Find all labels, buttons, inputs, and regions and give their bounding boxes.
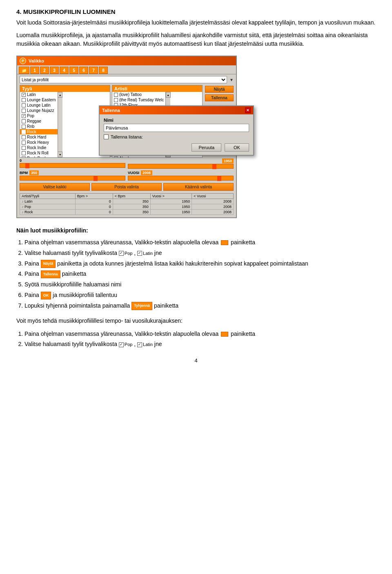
row-vuosi-max-pop: 2008 [192, 204, 234, 210]
profile-dropdown[interactable]: Listat ja profiilit [20, 76, 227, 83]
list-item[interactable]: Rock N Roll [20, 150, 58, 156]
peruuta-button[interactable]: Peruuta [192, 143, 221, 152]
slider-left-track[interactable] [20, 163, 125, 168]
instruction-2: Valitse haluamasti tyylit tyylivalikosta… [24, 248, 376, 258]
slider-vuosi-thumb[interactable] [217, 176, 221, 181]
cb-abraham[interactable] [114, 156, 118, 158]
slider-right-max: 1950 [222, 159, 234, 163]
checkbox-rock[interactable]: ✓ [22, 130, 26, 134]
list-item[interactable]: (love) Tattoo [112, 92, 165, 97]
instructions-heading: Näin luot musiikkiprofiilin: [16, 227, 376, 234]
checkbox-rock-n-roll[interactable] [22, 151, 26, 155]
ok-button[interactable]: OK [225, 143, 249, 152]
row-bpm-min-latin: 0 [75, 199, 113, 204]
slider-bpm-thumb[interactable] [94, 176, 98, 181]
slider-right-labels: 1950 [128, 159, 234, 163]
list-item[interactable]: Reggae [20, 118, 58, 124]
poista-valinta-button[interactable]: Poista valinta [91, 183, 162, 191]
app-titlebar: P Valikko [17, 56, 236, 65]
slider-vuosi: VUOSI 2008 [128, 170, 234, 181]
tab-5[interactable]: 5 [69, 67, 78, 74]
dialog-close-button[interactable]: ✕ [245, 107, 251, 113]
checkbox-pop[interactable]: ✓ [22, 114, 26, 118]
checkbox-rock-punk[interactable] [22, 156, 26, 158]
checkbox-lounge-nujazz[interactable] [22, 109, 26, 113]
checkbox-latin[interactable]: ✓ [22, 93, 26, 97]
artisti-header: Artisti [112, 85, 202, 92]
checkbox-rock-hard[interactable] [22, 135, 26, 139]
list-item[interactable]: Rnb [20, 124, 58, 129]
tab-2[interactable]: 2 [40, 67, 49, 74]
tab-6[interactable]: 6 [79, 67, 88, 74]
section-heading: 4. MUSIIKKIPROFIILIN LUOMINEN [16, 8, 376, 15]
kaanna-valinta-button[interactable]: Käännä valinta [163, 183, 234, 191]
col-header-vuosi-min: Vuosi > [150, 194, 192, 199]
tyyli-scrollbar[interactable]: ▲ ▼ [58, 92, 62, 157]
dialog-buttons: Peruuta OK [104, 143, 249, 152]
list-item[interactable]: ✓Pop [20, 113, 58, 118]
tab-3[interactable]: 3 [50, 67, 59, 74]
list-item[interactable]: Rock Hard [20, 134, 58, 140]
scroll-up[interactable]: ▲ [58, 92, 62, 98]
bpm-label: BPM [20, 171, 28, 175]
tab-7[interactable]: 7 [89, 67, 98, 74]
tab-folder[interactable]: 📁 [19, 67, 29, 74]
list-item[interactable]: ✓Latin [20, 92, 58, 97]
list-item[interactable]: Lounge Latin [20, 103, 58, 108]
instruction-3: Paina Näytä painiketta ja odota kunnes j… [24, 259, 376, 269]
valitse-kaikki-button[interactable]: Valitse kaikki [20, 183, 90, 191]
list-item[interactable]: ✓Rock [20, 129, 58, 134]
music-icon-rock: ♪ [22, 210, 24, 214]
checkbox-reggae[interactable] [22, 119, 26, 123]
col-header-artisti: Artisti/Tyyli [20, 194, 76, 199]
scroll-down[interactable]: ▼ [58, 152, 62, 157]
checkbox-rock-heavy[interactable] [22, 141, 26, 145]
list-item[interactable]: Lounge Eastern [20, 97, 58, 103]
ok-icon-inline: OK [41, 292, 51, 299]
checkbox-rock-indie[interactable] [22, 146, 26, 150]
folder-icon-inline-2 [221, 332, 228, 337]
cb-the-real[interactable] [114, 98, 118, 102]
tyyli-header: Tyyli [20, 85, 110, 92]
slider-left: 0 [20, 159, 125, 169]
dropdown-arrow[interactable]: ▼ [229, 78, 234, 82]
nimi-input[interactable] [104, 124, 249, 132]
slider-right-thumb[interactable] [212, 164, 216, 169]
cb-love-tattoo[interactable] [114, 93, 118, 97]
slider-right-track[interactable] [128, 164, 234, 169]
instruction-5: Syötä musiikkiprofiilille haluamasi nimi [24, 280, 376, 290]
tab-4[interactable]: 4 [60, 67, 69, 74]
tallenna-button[interactable]: Tallenna [205, 94, 234, 101]
row-bpm-min-rock: 0 [75, 210, 113, 215]
list-item[interactable]: Rock Indie [20, 145, 58, 150]
col-header-bpm-max: < Bpm [113, 194, 150, 199]
scroll-up-artisti[interactable]: ▲ [166, 92, 171, 98]
list-item[interactable]: Lounge Nujazz [20, 108, 58, 113]
tempo-instruction-1: Paina ohjelman vasemmassa yläreunassa, V… [24, 329, 376, 339]
table-row: ♪ Pop 0 350 1950 2008 [20, 204, 234, 210]
checkbox-lounge-latin[interactable] [22, 103, 26, 107]
row-bpm-min-pop: 0 [75, 204, 113, 210]
col-header-bpm-min: Bpm > [75, 194, 113, 199]
tab-1[interactable]: 1 [30, 67, 39, 74]
checkbox-rnb[interactable] [22, 125, 26, 129]
nayta-button[interactable]: Näytä [205, 86, 234, 93]
tempo-instructions-list: Paina ohjelman vasemmassa yläreunassa, V… [24, 329, 376, 350]
checkbox-lounge-eastern[interactable] [22, 98, 26, 102]
vuosi-labels: VUOSI 2008 [128, 170, 234, 175]
list-item[interactable]: Abraham [112, 156, 165, 157]
tab-8[interactable]: 8 [99, 67, 108, 74]
row-vuosi-max-latin: 2008 [192, 199, 234, 204]
row-vuosi-min-pop: 1950 [150, 204, 192, 210]
instructions-section: Näin luot musiikkiprofiilin: Paina ohjel… [16, 227, 376, 349]
slider-left-thumb[interactable] [25, 163, 29, 168]
list-item[interactable]: Rock Heavy [20, 140, 58, 145]
slider-vuosi-track[interactable] [128, 176, 234, 181]
tyyli-panel-wrapper: Tyyli ✓Latin Lounge Eastern Lounge Latin… [17, 85, 110, 158]
vuosi-label: VUOSI [128, 171, 139, 175]
row-artisti-rock: ♪ Rock [20, 210, 76, 215]
tallenna-listana-checkbox[interactable] [104, 134, 109, 139]
slider-bpm-track[interactable] [20, 176, 125, 181]
list-item[interactable]: Rock Punk [20, 156, 58, 157]
list-item[interactable]: (the Real) Tuesday Welc [112, 97, 165, 103]
